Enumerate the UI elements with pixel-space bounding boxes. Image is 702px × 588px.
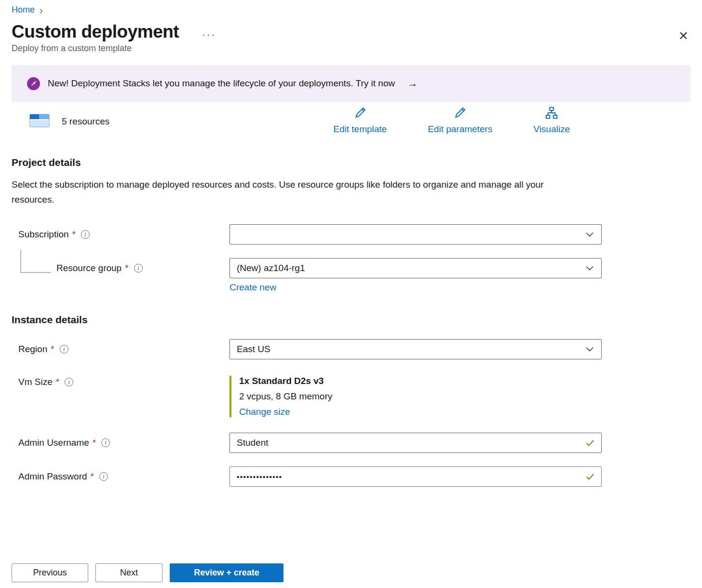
admin-username-value: Student xyxy=(237,438,269,448)
template-resources: 5 resources xyxy=(12,106,109,132)
region-label: Region * i xyxy=(12,344,230,355)
pencil-icon xyxy=(453,106,467,123)
chevron-down-icon xyxy=(586,266,594,271)
custom-deployment-page: Home › Custom deployment ··· ✕ Deploy fr… xyxy=(0,0,702,588)
project-details-heading: Project details xyxy=(12,157,690,168)
admin-password-label: Admin Password * i xyxy=(12,471,230,482)
org-chart-icon xyxy=(544,106,559,123)
page-subtitle: Deploy from a custom template xyxy=(12,43,690,54)
review-create-button[interactable]: Review + create xyxy=(170,563,284,582)
edit-template-button[interactable]: Edit template xyxy=(333,106,387,135)
create-new-row: Create new xyxy=(12,282,690,293)
breadcrumb-home-link[interactable]: Home xyxy=(12,5,35,15)
chevron-down-icon xyxy=(586,232,594,237)
required-asterisk: * xyxy=(56,377,59,387)
resource-group-dropdown[interactable]: (New) az104-rg1 xyxy=(230,258,602,278)
region-dropdown[interactable]: East US xyxy=(230,339,602,359)
page-title: Custom deployment xyxy=(12,22,179,42)
chevron-down-icon xyxy=(586,347,594,352)
resources-count: 5 resources xyxy=(62,116,109,127)
required-asterisk: * xyxy=(91,471,94,482)
deployment-stacks-banner: New! Deployment Stacks let you manage th… xyxy=(12,65,690,102)
rocket-icon xyxy=(27,77,40,90)
admin-username-row: Admin Username * i Student xyxy=(12,433,690,453)
footer-actions: Previous Next Review + create xyxy=(12,563,284,582)
region-row: Region * i East US xyxy=(12,339,690,359)
tree-connector-line xyxy=(20,250,51,273)
subscription-label-text: Subscription xyxy=(18,229,69,240)
info-icon[interactable]: i xyxy=(65,378,73,386)
vm-size-label-text: Vm Size xyxy=(18,377,53,387)
admin-username-label: Admin Username * i xyxy=(12,438,230,448)
vm-size-detail: 2 vcpus, 8 GB memory xyxy=(239,391,602,402)
admin-username-input[interactable]: Student xyxy=(230,433,602,453)
subscription-dropdown[interactable] xyxy=(230,224,602,245)
required-asterisk: * xyxy=(125,263,128,273)
project-details-description: Select the subscription to manage deploy… xyxy=(12,177,571,207)
resource-group-label-text: Resource group xyxy=(56,263,122,273)
template-icon xyxy=(29,111,51,132)
admin-password-value: •••••••••••••• xyxy=(237,473,283,481)
resource-group-row: Resource group * i (New) az104-rg1 xyxy=(12,258,690,278)
create-new-link[interactable]: Create new xyxy=(230,282,276,293)
breadcrumb-chevron-icon: › xyxy=(40,5,43,15)
info-icon[interactable]: i xyxy=(99,472,108,481)
required-asterisk: * xyxy=(72,229,76,240)
required-asterisk: * xyxy=(93,438,96,448)
admin-password-input[interactable]: •••••••••••••• xyxy=(230,466,602,487)
edit-template-label: Edit template xyxy=(333,124,387,135)
subscription-row: Subscription * i xyxy=(12,224,690,245)
breadcrumb: Home › xyxy=(12,4,690,15)
info-icon[interactable]: i xyxy=(81,230,90,239)
template-actions: Edit template Edit parameters xyxy=(333,106,690,135)
change-size-link[interactable]: Change size xyxy=(239,407,602,417)
subscription-label: Subscription * i xyxy=(12,229,230,240)
admin-password-label-text: Admin Password xyxy=(18,471,87,482)
resource-group-label: Resource group * i xyxy=(12,263,230,273)
admin-password-row: Admin Password * i •••••••••••••• xyxy=(12,466,690,487)
instance-details-heading: Instance details xyxy=(12,314,690,326)
info-icon[interactable]: i xyxy=(134,264,143,273)
page-header: Custom deployment ··· xyxy=(12,22,690,42)
arrow-right-icon[interactable]: → xyxy=(407,78,418,89)
pencil-icon xyxy=(353,106,367,123)
valid-check-icon xyxy=(586,473,594,480)
region-label-text: Region xyxy=(18,344,47,355)
valid-check-icon xyxy=(586,439,594,446)
visualize-label: Visualize xyxy=(533,124,570,135)
region-value: East US xyxy=(237,344,270,355)
vm-size-title: 1x Standard D2s v3 xyxy=(239,376,602,386)
visualize-button[interactable]: Visualize xyxy=(533,106,570,135)
edit-parameters-button[interactable]: Edit parameters xyxy=(428,106,492,135)
more-options-icon[interactable]: ··· xyxy=(202,24,216,40)
info-icon[interactable]: i xyxy=(101,438,110,447)
admin-username-label-text: Admin Username xyxy=(18,438,89,448)
vm-size-row: Vm Size * i 1x Standard D2s v3 2 vcpus, … xyxy=(12,376,690,417)
resource-group-value: (New) az104-rg1 xyxy=(237,263,305,273)
next-button[interactable]: Next xyxy=(95,563,162,582)
template-bar: 5 resources Edit template Edit parameter… xyxy=(12,106,690,135)
required-asterisk: * xyxy=(51,344,54,355)
vm-size-label: Vm Size * i xyxy=(12,376,230,387)
banner-message[interactable]: New! Deployment Stacks let you manage th… xyxy=(48,78,395,89)
edit-parameters-label: Edit parameters xyxy=(428,124,492,135)
vm-size-selection: 1x Standard D2s v3 2 vcpus, 8 GB memory … xyxy=(230,376,602,417)
info-icon[interactable]: i xyxy=(60,345,68,354)
close-icon[interactable]: ✕ xyxy=(678,30,688,42)
previous-button[interactable]: Previous xyxy=(12,563,88,582)
